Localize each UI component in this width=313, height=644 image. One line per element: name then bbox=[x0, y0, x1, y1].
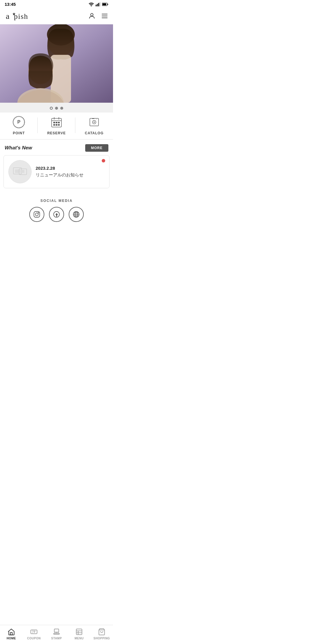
svg-text:P: P bbox=[17, 120, 21, 124]
nav-point[interactable]: P POINT bbox=[0, 115, 38, 135]
svg-point-10 bbox=[91, 13, 93, 16]
svg-rect-39 bbox=[20, 170, 24, 173]
svg-rect-6 bbox=[103, 3, 106, 5]
reserve-icon bbox=[50, 115, 63, 129]
news-content: 2023.2.28 リニューアルのお知らせ bbox=[36, 166, 105, 178]
reserve-icon-container bbox=[50, 115, 63, 129]
news-thumbnail bbox=[8, 160, 32, 183]
svg-point-41 bbox=[35, 213, 38, 216]
facebook-icon bbox=[53, 211, 60, 218]
header-icons bbox=[88, 12, 108, 20]
more-button[interactable]: MORE bbox=[85, 144, 108, 152]
social-media-section: SOCIAL MEDIA bbox=[0, 193, 113, 227]
svg-rect-0 bbox=[96, 5, 97, 6]
svg-point-42 bbox=[38, 213, 39, 213]
status-time: 13:45 bbox=[5, 2, 16, 7]
hamburger-icon bbox=[101, 12, 108, 20]
svg-rect-3 bbox=[100, 2, 101, 6]
svg-rect-1 bbox=[97, 4, 98, 6]
svg-rect-5 bbox=[108, 3, 108, 5]
wifi-icon bbox=[89, 2, 94, 6]
logo-svg: a ★ pish bbox=[5, 10, 39, 22]
news-thumb-icon bbox=[13, 166, 27, 178]
news-card[interactable]: 2023.2.28 リニューアルのお知らせ bbox=[3, 155, 110, 188]
facebook-button[interactable] bbox=[49, 207, 64, 222]
svg-text:pish: pish bbox=[14, 12, 28, 21]
carousel-dot-2[interactable] bbox=[55, 107, 58, 110]
point-icon: P bbox=[12, 115, 26, 129]
svg-rect-32 bbox=[58, 124, 60, 126]
catalog-icon-container bbox=[88, 115, 101, 129]
carousel-dots bbox=[0, 103, 113, 113]
social-media-title: SOCIAL MEDIA bbox=[0, 199, 113, 203]
instagram-icon bbox=[33, 211, 40, 218]
carousel-dot-1[interactable] bbox=[50, 107, 53, 110]
website-button[interactable] bbox=[69, 207, 84, 222]
status-icons bbox=[89, 2, 108, 6]
carousel-dot-3[interactable] bbox=[60, 107, 63, 110]
person-icon bbox=[88, 12, 96, 20]
status-bar: 13:45 bbox=[0, 0, 113, 8]
catalog-label: CATALOG bbox=[85, 131, 104, 135]
nav-reserve[interactable]: RESERVE bbox=[38, 115, 75, 135]
point-icon-container: P bbox=[12, 115, 26, 129]
whats-new-title: What's New bbox=[5, 145, 32, 151]
svg-rect-31 bbox=[56, 124, 57, 126]
svg-rect-27 bbox=[53, 122, 55, 123]
svg-rect-29 bbox=[58, 122, 60, 123]
hero-illustration bbox=[0, 24, 113, 103]
quick-nav: P POINT RESERVE bbox=[0, 113, 113, 140]
header: a ★ pish bbox=[0, 8, 113, 24]
svg-rect-2 bbox=[98, 3, 99, 6]
news-date: 2023.2.28 bbox=[36, 166, 105, 171]
signal-icon bbox=[96, 2, 100, 6]
instagram-button[interactable] bbox=[29, 207, 44, 222]
svg-rect-40 bbox=[34, 211, 40, 217]
reserve-label: RESERVE bbox=[47, 131, 66, 135]
profile-button[interactable] bbox=[88, 12, 96, 20]
hero-banner bbox=[0, 24, 113, 103]
hamburger-button[interactable] bbox=[101, 12, 108, 20]
news-text: リニューアルのお知らせ bbox=[36, 172, 105, 178]
svg-rect-30 bbox=[53, 124, 55, 126]
news-notification-dot bbox=[102, 159, 105, 162]
svg-point-35 bbox=[94, 122, 95, 123]
app-logo: a ★ pish bbox=[5, 10, 39, 22]
svg-text:a: a bbox=[6, 12, 10, 21]
nav-catalog[interactable]: CATALOG bbox=[75, 115, 113, 135]
whats-new-section: What's New MORE bbox=[0, 140, 113, 155]
battery-icon bbox=[102, 3, 108, 6]
catalog-icon bbox=[88, 115, 101, 129]
globe-icon bbox=[73, 211, 80, 218]
point-label: POINT bbox=[13, 131, 25, 135]
svg-rect-28 bbox=[56, 122, 57, 123]
social-icons-row bbox=[0, 207, 113, 222]
